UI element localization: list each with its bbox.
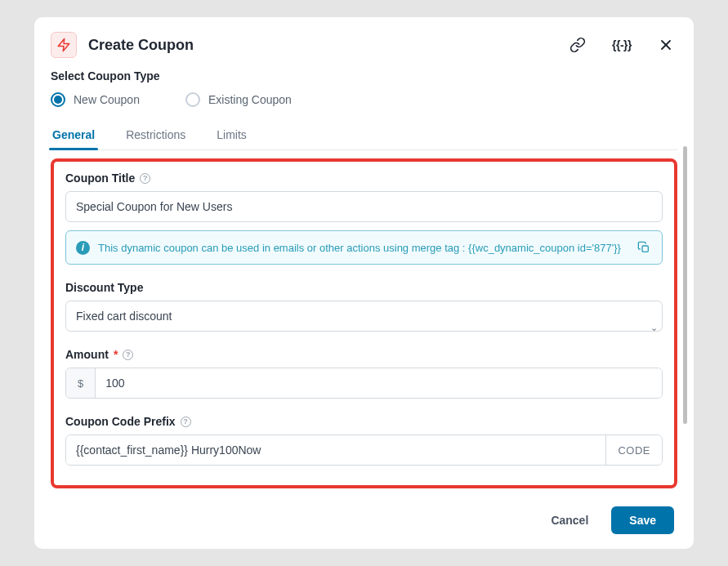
amount-input-group: $ xyxy=(65,368,663,399)
tabs: General Restrictions Limits xyxy=(51,120,677,150)
cancel-button[interactable]: Cancel xyxy=(543,507,596,533)
radio-icon xyxy=(51,92,65,107)
copy-icon[interactable] xyxy=(636,239,652,256)
modal-header: Create Coupon {{‑}} xyxy=(34,17,694,68)
radio-existing-coupon[interactable]: Existing Coupon xyxy=(185,92,292,107)
link-icon[interactable] xyxy=(566,33,589,56)
field-label: Coupon Title ? xyxy=(65,172,663,185)
header-actions: {{‑}} xyxy=(566,33,677,56)
field-amount: Amount* ? $ xyxy=(65,348,663,399)
modal-footer: Cancel Save xyxy=(34,493,694,549)
prefix-input-group: CODE xyxy=(65,435,663,466)
merge-tag-icon[interactable]: {{‑}} xyxy=(609,35,635,55)
info-icon: i xyxy=(76,241,90,255)
label-text: Coupon Code Prefix xyxy=(65,415,176,428)
radio-label: Existing Coupon xyxy=(208,93,292,106)
field-label: Amount* ? xyxy=(65,348,663,361)
tab-restrictions[interactable]: Restrictions xyxy=(124,120,187,149)
field-label: Coupon Code Prefix ? xyxy=(65,415,663,428)
info-text: This dynamic coupon can be used in email… xyxy=(98,242,628,254)
coupon-type-radio-group: New Coupon Existing Coupon xyxy=(51,92,677,107)
svg-marker-0 xyxy=(58,39,69,51)
create-coupon-modal: Create Coupon {{‑}} Select Coupon Type N… xyxy=(34,17,694,549)
discount-type-select[interactable] xyxy=(65,301,663,332)
lightning-icon xyxy=(51,32,77,58)
label-text: Discount Type xyxy=(65,281,143,294)
amount-input[interactable] xyxy=(96,368,662,398)
modal-title: Create Coupon xyxy=(88,37,566,54)
info-banner: i This dynamic coupon can be used in ema… xyxy=(65,230,663,265)
help-icon[interactable]: ? xyxy=(140,173,150,184)
required-mark: * xyxy=(114,348,118,361)
modal-body: Select Coupon Type New Coupon Existing C… xyxy=(34,68,694,493)
field-coupon-code-prefix: Coupon Code Prefix ? CODE xyxy=(65,415,663,466)
field-coupon-title: Coupon Title ? i This dynamic coupon can… xyxy=(65,172,663,265)
discount-type-select-wrap: ⌄ xyxy=(65,301,663,332)
help-icon[interactable]: ? xyxy=(181,417,191,427)
coupon-title-input[interactable] xyxy=(65,191,663,222)
label-text: Coupon Title xyxy=(65,172,135,185)
radio-label: New Coupon xyxy=(74,93,140,106)
currency-addon: $ xyxy=(66,368,96,398)
tab-general[interactable]: General xyxy=(51,120,96,149)
prefix-input[interactable] xyxy=(66,435,605,465)
field-discount-type: Discount Type ⌄ xyxy=(65,281,663,332)
svg-rect-3 xyxy=(642,246,648,252)
form-area: Coupon Title ? i This dynamic coupon can… xyxy=(51,158,677,488)
radio-new-coupon[interactable]: New Coupon xyxy=(51,92,140,107)
close-icon[interactable] xyxy=(654,33,677,56)
code-suffix: CODE xyxy=(605,435,662,465)
scrollbar[interactable] xyxy=(683,146,687,424)
coupon-type-label: Select Coupon Type xyxy=(51,69,677,82)
label-text: Amount xyxy=(65,348,109,361)
field-label: Discount Type xyxy=(65,281,663,294)
radio-icon xyxy=(185,92,200,107)
help-icon[interactable]: ? xyxy=(123,350,133,360)
tab-limits[interactable]: Limits xyxy=(215,120,248,149)
save-button[interactable]: Save xyxy=(611,506,674,534)
